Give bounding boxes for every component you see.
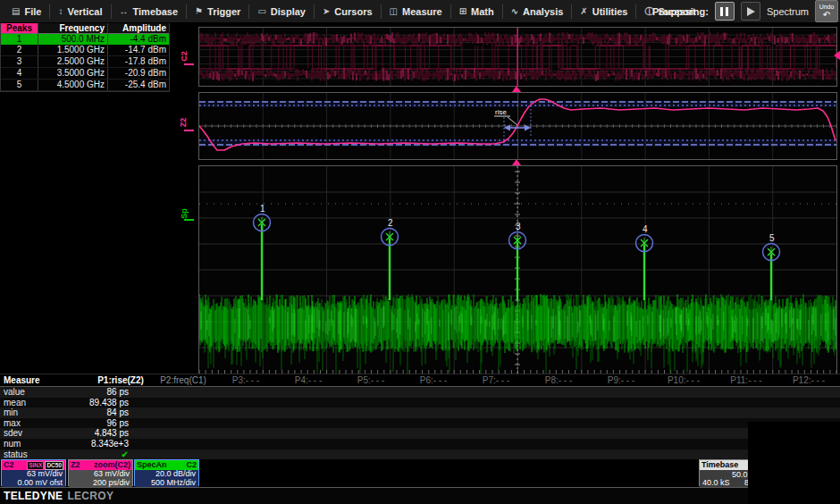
peak-marker-number: 3	[516, 222, 521, 231]
z2-zoom-descriptor[interactable]: Z2 zoom(C2) 63 mV/div 200 ps/div	[68, 459, 133, 486]
menu-item-measure[interactable]: ◫Measure	[382, 0, 450, 22]
measure-empty-cell	[715, 387, 777, 398]
peak-marker-number: 1	[260, 204, 265, 214]
c2-waveform-grid	[198, 27, 837, 87]
file-icon: ▤	[12, 6, 20, 16]
menu-item-analysis[interactable]: ∿Analysis	[503, 0, 572, 22]
menu-item-math[interactable]: ⊞Math	[451, 0, 502, 22]
measure-column-header-p4[interactable]: P4:- - -	[277, 374, 340, 386]
trigger-time-marker-top[interactable]	[512, 86, 521, 92]
measure-empty-cell	[465, 439, 527, 449]
measure-empty-cell	[277, 407, 340, 418]
measure-p1-sdev: 4.843 ps	[89, 428, 152, 439]
measure-column-header-p5[interactable]: P5:- - -	[340, 374, 402, 386]
measure-column-header-p3[interactable]: P3:- - -	[214, 374, 277, 386]
measure-empty-cell	[777, 387, 840, 398]
timebase-icon: ↔	[120, 6, 129, 16]
menu-item-utilities[interactable]: ✗Utilities	[572, 0, 635, 22]
trigger-time-marker-bottom[interactable]	[512, 159, 521, 165]
c2-channel-descriptor[interactable]: C2 SINX DC50 63 mV/div 0.00 mV ofst	[1, 459, 66, 486]
measure-empty-cell	[340, 449, 402, 460]
measure-empty-cell	[590, 449, 652, 460]
measure-empty-cell	[527, 407, 590, 418]
menu-item-label: Vertical	[67, 6, 102, 17]
peaks-table-row[interactable]: 1500.0 MHz-4.4 dBm	[1, 34, 169, 45]
measure-column-header-p1[interactable]: P1:rise(Z2)	[89, 374, 152, 386]
measure-empty-cell	[152, 428, 214, 439]
undo-icon: ↶	[823, 11, 830, 19]
peak-number-cell: 2	[1, 45, 38, 55]
menu-item-label: Cursors	[334, 6, 372, 17]
display-icon: ▭	[257, 6, 265, 16]
measure-empty-cell	[340, 439, 402, 449]
undo-button[interactable]: Undo ↶	[815, 0, 838, 22]
measure-row-value: value86 ps	[0, 387, 840, 398]
measure-empty-cell	[590, 428, 652, 439]
menu-item-display[interactable]: ▭Display	[249, 0, 314, 22]
measure-column-header-p9[interactable]: P9:- - -	[590, 374, 652, 386]
measure-empty-cell	[652, 428, 715, 439]
measure-empty-cell	[527, 398, 590, 408]
measure-empty-cell	[340, 428, 402, 439]
blank-overlay-region	[748, 422, 840, 504]
peak-frequency-cell: 3.5000 GHz	[38, 68, 108, 79]
peak-marker-number: 2	[388, 218, 393, 228]
menu-item-label: Timebase	[133, 6, 179, 17]
measure-row-sdev: sdev4.843 ps	[0, 428, 840, 439]
measure-empty-cell	[402, 398, 465, 408]
measure-empty-cell	[527, 439, 590, 449]
measure-column-header-p11[interactable]: P11:- - -	[715, 374, 777, 386]
peaks-table-row[interactable]: 21.5000 GHz-14.7 dBm	[1, 45, 169, 56]
specan-descriptor[interactable]: SpecAn C2 20.0 dB/div 500 MHz/div	[134, 459, 199, 486]
menu-item-vertical[interactable]: ↕Vertical	[50, 0, 110, 22]
peaks-table-header: Peaks Frequency Amplitude	[1, 23, 169, 34]
measure-column-header-p10[interactable]: P10:- - -	[652, 374, 715, 386]
peaks-table-body: 1500.0 MHz-4.4 dBm21.5000 GHz-14.7 dBm32…	[1, 34, 169, 91]
trigger-level-marker[interactable]	[834, 51, 840, 60]
measure-empty-cell	[402, 439, 465, 449]
peak-number-cell: 3	[1, 56, 38, 67]
measure-column-header-p6[interactable]: P6:- - -	[402, 374, 465, 386]
measure-empty-cell	[652, 418, 715, 429]
menu-item-trigger[interactable]: ⚑Trigger	[187, 0, 248, 22]
measure-empty-cell	[402, 407, 465, 418]
peaks-table-row[interactable]: 43.5000 GHz-20.9 dBm	[1, 68, 169, 80]
pause-button[interactable]	[715, 2, 735, 21]
menu-item-label: Measure	[402, 6, 442, 17]
menu-item-label: File	[24, 6, 41, 17]
measure-empty-cell	[590, 418, 652, 429]
measure-column-header-p12[interactable]: P12:- - -	[777, 374, 840, 386]
c2-trace-level-tick	[184, 63, 194, 65]
peaks-table-row[interactable]: 32.5000 GHz-17.8 dBm	[1, 56, 169, 68]
measure-row-label: value	[0, 387, 89, 398]
measure-empty-cell	[152, 439, 214, 449]
measure-empty-cell	[652, 407, 715, 418]
measure-row-label: mean	[0, 398, 89, 408]
measure-column-header-p2[interactable]: P2:freq(C1)	[152, 374, 214, 386]
measure-empty-cell	[277, 428, 340, 439]
z2-zoom-waveform-grid: rise	[198, 92, 837, 160]
measure-empty-cell	[527, 418, 590, 429]
menu-item-label: Display	[271, 6, 306, 17]
measure-column-header-p8[interactable]: P8:- - -	[527, 374, 590, 386]
measure-empty-cell	[277, 418, 340, 429]
menu-item-timebase[interactable]: ↔Timebase	[112, 0, 187, 22]
measure-empty-cell	[152, 418, 214, 429]
menu-item-file[interactable]: ▤File	[4, 0, 49, 22]
menu-item-cursors[interactable]: ➤Cursors	[315, 0, 381, 22]
measure-row-max: max96 ps	[0, 418, 840, 429]
measure-p1-status: ✔	[89, 449, 152, 460]
measure-icon: ◫	[390, 6, 398, 16]
peaks-table-row[interactable]: 54.5000 GHz-25.4 dBm	[1, 80, 169, 91]
measure-column-header-p7[interactable]: P7:- - -	[465, 374, 527, 386]
measure-empty-cell	[214, 387, 277, 398]
measure-empty-cell	[152, 398, 214, 408]
measure-empty-cell	[214, 428, 277, 439]
play-button[interactable]	[741, 2, 760, 21]
measure-empty-cell	[340, 407, 402, 418]
oscilloscope-app: ▤File↕Vertical↔Timebase⚑Trigger▭Display➤…	[0, 0, 840, 504]
measure-empty-cell	[465, 449, 527, 460]
measure-empty-cell	[652, 387, 715, 398]
measure-empty-cell	[652, 449, 715, 460]
measure-empty-cell	[590, 398, 652, 408]
